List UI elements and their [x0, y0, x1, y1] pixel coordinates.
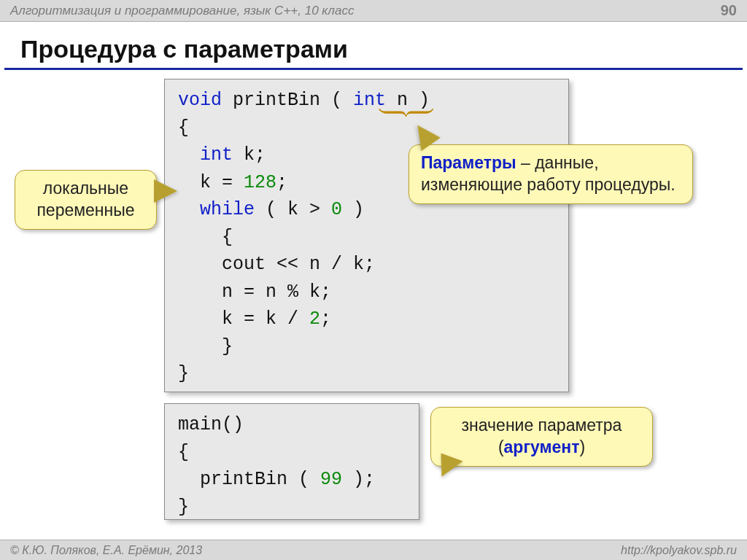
callout-local-vars: локальные переменные	[15, 170, 157, 230]
footer-copyright: © К.Ю. Поляков, Е.А. Ерёмин, 2013	[10, 544, 202, 557]
callout-tail-icon	[155, 181, 177, 201]
breadcrumb: Алгоритмизация и программирование, язык …	[10, 4, 354, 18]
header-bar: Алгоритмизация и программирование, язык …	[0, 0, 747, 22]
code-text: }	[178, 363, 189, 384]
code-block-main: main() { printBin ( 99 ); }	[164, 403, 419, 520]
num-99: 99	[320, 469, 342, 490]
callout-arg: аргумент	[504, 438, 580, 456]
code-text: n )	[386, 90, 430, 111]
code-text: main()	[178, 414, 244, 435]
code-block-printbin: void printBin ( int n ) { int k; k = 128…	[164, 79, 569, 392]
kw-while: while	[178, 199, 255, 220]
page-number: 90	[721, 2, 737, 19]
code-text: );	[342, 469, 375, 490]
callout-line: переменные	[27, 200, 144, 222]
callout-tail-icon	[435, 455, 461, 481]
code-text: ;	[320, 308, 331, 330]
code-text: n = n % k;	[178, 281, 331, 303]
code-text: cout << n / k;	[178, 254, 375, 275]
slide-stage: void printBin ( int n ) { int k; k = 128…	[0, 79, 747, 538]
code-text: k =	[178, 172, 244, 193]
kw-int: int	[178, 144, 233, 166]
callout-parameters: Параметры – данные, изменяющие работу пр…	[409, 144, 693, 204]
code-text: {	[178, 117, 189, 139]
code-text: {	[178, 227, 233, 248]
callout-argument: значение параметра (аргумент)	[430, 407, 653, 467]
num-2: 2	[309, 308, 320, 330]
code-text: ( k >	[255, 199, 331, 220]
code-text: }	[178, 336, 233, 357]
code-text: k = k /	[178, 308, 309, 330]
kw-int: int	[353, 90, 386, 111]
code-text: }	[178, 497, 189, 518]
callout-line: значение параметра	[443, 415, 640, 437]
code-text: )	[342, 199, 364, 220]
code-text: ;	[276, 172, 287, 193]
footer-bar: © К.Ю. Поляков, Е.А. Ерёмин, 2013 http:/…	[0, 540, 747, 560]
callout-term: Параметры	[421, 153, 516, 172]
code-text: printBin (	[222, 90, 353, 111]
kw-void: void	[178, 90, 222, 111]
code-text: {	[178, 442, 189, 463]
num-0: 0	[331, 199, 342, 220]
callout-line: локальные	[27, 178, 144, 200]
slide-title: Процедура с параметрами	[4, 22, 743, 70]
paren-close: )	[579, 438, 585, 456]
paren-open: (	[498, 438, 504, 456]
num-128: 128	[244, 172, 276, 193]
code-text: k;	[233, 144, 266, 166]
code-text: printBin (	[178, 469, 320, 490]
footer-url: http://kpolyakov.spb.ru	[621, 544, 737, 557]
